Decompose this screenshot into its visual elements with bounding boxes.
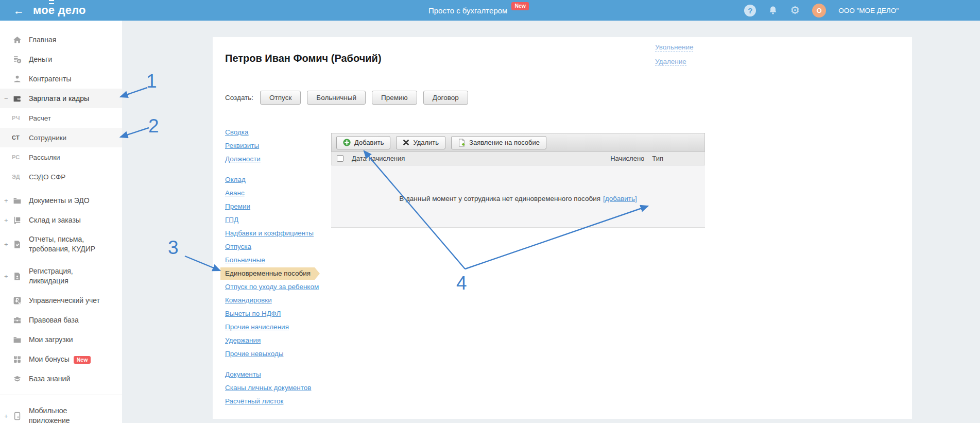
report-icon bbox=[12, 240, 22, 249]
employee-actions: Увольнение Удаление bbox=[655, 43, 693, 66]
subnav-avans[interactable]: Аванс bbox=[225, 187, 245, 200]
sidebar-item-pravovaya-baza[interactable]: Правовая база bbox=[0, 310, 122, 330]
bonus-new-badge: New bbox=[74, 356, 91, 364]
column-date: Дата начисления bbox=[352, 155, 405, 162]
empty-state-text: В данный момент у сотрудника нет единовр… bbox=[399, 195, 600, 227]
employee-subnav: Сводка Реквизиты Должности Оклад Аванс П… bbox=[225, 126, 331, 408]
ruble-chart-icon bbox=[12, 296, 22, 305]
create-label: Создать: bbox=[225, 94, 253, 101]
page-title: Петров Иван Фомич (Рабочий) bbox=[225, 53, 382, 64]
create-vacation-button[interactable]: Отпуск bbox=[260, 91, 301, 105]
subnav-prochie-nachisleniya[interactable]: Прочие начисления bbox=[225, 320, 289, 334]
gift-icon bbox=[12, 355, 22, 364]
annotation-step-2: 2 bbox=[148, 115, 159, 137]
document-plus-icon bbox=[458, 139, 466, 147]
subnav-premii[interactable]: Премии bbox=[225, 200, 250, 213]
delete-link[interactable]: Удаление bbox=[655, 58, 686, 66]
promo-new-badge: New bbox=[511, 2, 529, 10]
sidebar-item-moi-bonusy[interactable]: Мои бонусыNew bbox=[0, 349, 122, 369]
sidebar-item-rassylki[interactable]: РС Рассылки bbox=[0, 147, 122, 167]
create-contract-button[interactable]: Договор bbox=[423, 91, 468, 105]
home-icon bbox=[12, 36, 22, 44]
expand-icon[interactable]: + bbox=[4, 412, 10, 420]
column-accrued: Начислено bbox=[610, 155, 644, 162]
sidebar-item-sotrudniki[interactable]: СТ Сотрудники bbox=[0, 128, 122, 147]
sidebar-item-glavnaya[interactable]: Главная bbox=[0, 30, 122, 49]
subnav-skany[interactable]: Сканы личных документов bbox=[225, 381, 311, 395]
create-sickleave-button[interactable]: Больничный bbox=[307, 91, 366, 105]
sidebar-item-sklad-i-zakazy[interactable]: + Склад и заказы bbox=[0, 210, 122, 230]
subnav-svodka[interactable]: Сводка bbox=[225, 126, 249, 139]
table-header: Дата начисления Начислено Тип bbox=[331, 152, 705, 165]
help-icon[interactable]: ? bbox=[744, 5, 756, 16]
add-button[interactable]: Добавить bbox=[336, 136, 390, 149]
subnav-dolzhnosti[interactable]: Должности bbox=[225, 153, 261, 166]
sidebar-item-mobilnoe-prilozhenie[interactable]: + Мобильное приложение bbox=[0, 401, 122, 423]
benefit-application-button[interactable]: Заявление на пособие bbox=[451, 136, 546, 149]
select-all-checkbox[interactable] bbox=[337, 155, 343, 162]
folder-icon bbox=[12, 196, 22, 205]
expand-icon[interactable]: + bbox=[4, 216, 10, 224]
sidebar-item-moi-zagruzki[interactable]: Мои загрузки bbox=[0, 330, 122, 349]
sidebar-item-sedo-sfr[interactable]: ЭД СЭДО СФР bbox=[0, 167, 122, 187]
subnav-komandirovki[interactable]: Командировки bbox=[225, 294, 272, 307]
subnav-rekvizity[interactable]: Реквизиты bbox=[225, 139, 259, 153]
add-plus-icon bbox=[343, 139, 351, 146]
table-toolbar: Добавить Удалить Заявление на пособие bbox=[331, 133, 705, 152]
warehouse-icon bbox=[12, 216, 22, 225]
subnav-vychety-ndfl[interactable]: Вычеты по НДФЛ bbox=[225, 307, 281, 320]
subnav-bolnichnye[interactable]: Больничные bbox=[225, 253, 265, 267]
topbar: ← мое дело Просто с бухгалтером New ? ⚙ … bbox=[0, 0, 980, 21]
company-name[interactable]: ООО "МОЕ ДЕЛО" bbox=[838, 7, 899, 14]
person-icon bbox=[12, 75, 22, 83]
subnav-dokumenty[interactable]: Документы bbox=[225, 368, 261, 381]
knowledge-icon bbox=[12, 375, 22, 383]
sidebar-item-raschet[interactable]: РЧ Расчет bbox=[0, 108, 122, 128]
empty-state-add-link[interactable]: [добавить] bbox=[603, 195, 637, 202]
delete-button[interactable]: Удалить bbox=[396, 136, 445, 149]
subnav-edinovremennye-posobiya[interactable]: Единовременные пособия bbox=[220, 267, 315, 280]
collapse-icon[interactable]: − bbox=[4, 95, 10, 103]
sidebar-item-otchety[interactable]: + Отчеты, письма, требования, КУДИР bbox=[0, 230, 122, 259]
create-row: Создать: Отпуск Больничный Премию Догово… bbox=[225, 91, 474, 105]
wallet-icon bbox=[12, 94, 22, 103]
subnav-gpd[interactable]: ГПД bbox=[225, 213, 238, 227]
dismissal-link[interactable]: Увольнение bbox=[655, 43, 693, 52]
subnav-oklad[interactable]: Оклад bbox=[225, 173, 246, 187]
subnav-nadbavki[interactable]: Надбавки и коэффициенты bbox=[225, 227, 314, 240]
annotation-step-3: 3 bbox=[168, 237, 179, 259]
money-icon bbox=[12, 55, 22, 64]
subnav-prochie-nevykhody[interactable]: Прочие невыходы bbox=[225, 347, 283, 361]
subnav-otpuska[interactable]: Отпуска bbox=[225, 240, 251, 253]
sidebar-item-kontragenty[interactable]: Контрагенты bbox=[0, 69, 122, 89]
employee-card: Петров Иван Фомич (Рабочий) Увольнение У… bbox=[213, 37, 912, 419]
sidebar: Главная Деньги Контрагенты − Зарплата и … bbox=[0, 21, 122, 423]
subnav-raschetnyy-listok[interactable]: Расчётный листок bbox=[225, 395, 283, 408]
avatar[interactable]: О bbox=[812, 4, 826, 18]
sidebar-item-upravlencheskiy-uchet[interactable]: Управленческий учет bbox=[0, 291, 122, 310]
gear-icon[interactable]: ⚙ bbox=[790, 5, 800, 16]
sidebar-item-baza-znaniy[interactable]: База знаний bbox=[0, 369, 122, 388]
benefits-table: Добавить Удалить Заявление на пособие Да… bbox=[331, 133, 705, 228]
app-logo[interactable]: мое дело bbox=[33, 4, 86, 17]
briefcase-icon bbox=[12, 316, 22, 325]
expand-icon[interactable]: + bbox=[4, 197, 10, 205]
subnav-otpusk-po-ukhodu[interactable]: Отпуск по уходу за ребенком bbox=[225, 280, 319, 294]
promo-link[interactable]: Просто с бухгалтером bbox=[428, 6, 507, 15]
back-arrow-icon[interactable]: ← bbox=[13, 5, 24, 16]
sidebar-divider bbox=[0, 395, 122, 395]
expand-icon[interactable]: + bbox=[4, 241, 10, 248]
bell-icon[interactable] bbox=[768, 6, 778, 15]
column-type: Тип bbox=[652, 155, 663, 162]
subnav-uderzhaniya[interactable]: Удержания bbox=[225, 334, 261, 347]
sidebar-item-dengi[interactable]: Деньги bbox=[0, 49, 122, 69]
expand-icon[interactable]: + bbox=[4, 273, 10, 280]
sidebar-item-dokumenty-i-edo[interactable]: + Документы и ЭДО bbox=[0, 191, 122, 210]
downloads-icon bbox=[12, 335, 22, 344]
sidebar-item-zarplata-i-kadry[interactable]: − Зарплата и кадры bbox=[0, 89, 122, 108]
registration-icon bbox=[12, 272, 22, 281]
sidebar-item-registratsiya[interactable]: + Регистрация, ликвидация bbox=[0, 262, 122, 291]
mobile-app-icon bbox=[12, 412, 22, 420]
delete-x-icon bbox=[403, 139, 409, 146]
create-bonus-button[interactable]: Премию bbox=[372, 91, 417, 105]
